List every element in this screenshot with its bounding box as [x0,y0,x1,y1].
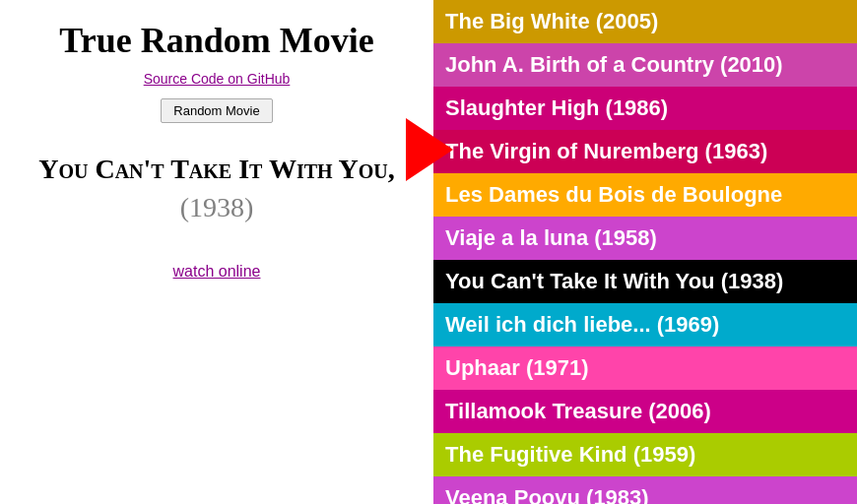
list-item[interactable]: Tillamook Treasure (2006) [433,390,857,433]
list-item[interactable]: Weil ich dich liebe... (1969) [433,303,857,346]
current-movie-year: (1938) [180,192,254,223]
list-item[interactable]: Viaje a la luna (1958) [433,217,857,260]
app-title: True Random Movie [59,20,373,61]
current-movie-title: You Can't Take It With You, [38,153,395,186]
list-item[interactable]: Veena Poovu (1983) [433,476,857,504]
github-link[interactable]: Source Code on GitHub [144,71,291,87]
random-movie-button[interactable]: Random Movie [161,98,272,123]
list-item[interactable]: The Virgin of Nuremberg (1963) [433,130,857,173]
list-item[interactable]: Les Dames du Bois de Boulogne [433,173,857,217]
list-item[interactable]: You Can't Take It With You (1938) [433,260,857,303]
watch-online-link[interactable]: watch online [173,263,261,281]
list-item[interactable]: The Fugitive Kind (1959) [433,433,857,476]
list-item[interactable]: John A. Birth of a Country (2010) [433,43,857,87]
list-item[interactable]: Slaughter High (1986) [433,87,857,130]
movie-list: The Big White (2005)John A. Birth of a C… [433,0,857,504]
selection-arrow [406,118,453,181]
list-item[interactable]: The Big White (2005) [433,0,857,43]
list-item[interactable]: Uphaar (1971) [433,346,857,390]
